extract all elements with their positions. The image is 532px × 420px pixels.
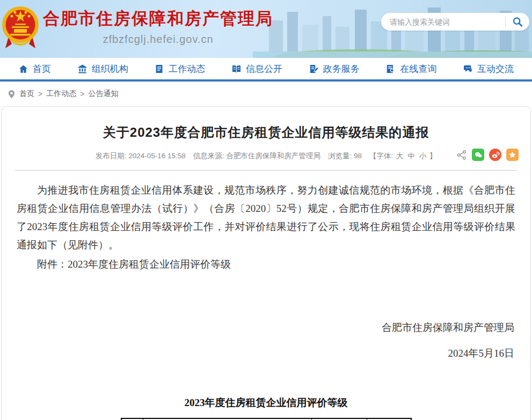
search-document-icon: [385, 64, 396, 74]
main-nav: 首页 组织机构 工作动态 信息公开 政务服务: [0, 58, 532, 82]
site-title: 合肥市住房保障和房产管理局: [43, 8, 273, 30]
font-size-small-button[interactable]: 小: [419, 152, 426, 160]
nav-label: 组织机构: [92, 63, 128, 75]
breadcrumb-home[interactable]: 首页: [19, 89, 34, 99]
nav-label: 互动交流: [477, 63, 514, 75]
nav-label: 信息公开: [246, 63, 282, 75]
article-body: 为推进我市住房租赁企业信用体系建设，规范市场秩序，努力创建诚信规范的市场环境，根…: [2, 171, 530, 274]
share-icon[interactable]: [456, 150, 467, 160]
search-box[interactable]: [381, 13, 529, 31]
nav-label: 工作动态: [169, 63, 205, 75]
breadcrumb: 首页 > 工作动态 > 公告通知: [0, 82, 532, 106]
nav-label: 政务服务: [323, 63, 360, 75]
nav-item-home[interactable]: 首页: [18, 63, 51, 75]
breadcrumb-notice[interactable]: 公告通知: [88, 89, 118, 99]
location-pin-icon: [8, 90, 16, 99]
pen-document-icon: [309, 64, 319, 74]
font-size-large-button[interactable]: 大: [396, 152, 404, 160]
favorite-star-icon[interactable]: [506, 149, 519, 161]
search-icon: [512, 16, 523, 28]
font-size-control: 【字体: 大 中 小 】: [369, 151, 436, 161]
nav-item-interaction[interactable]: 互动交流: [463, 63, 514, 75]
open-book-icon: [231, 64, 242, 74]
signature-block: 合肥市住房保障和房产管理局 2024年5月16日: [2, 321, 530, 360]
nav-item-info-disclosure[interactable]: 信息公开: [231, 63, 282, 75]
breadcrumb-separator: >: [80, 90, 84, 98]
wechat-share-icon[interactable]: [472, 149, 484, 161]
signature-date: 2024年5月16日: [2, 347, 514, 360]
article-container: 关于2023年度合肥市住房租赁企业信用等级结果的通报 发布日期: 2024-05…: [1, 106, 531, 420]
institution-icon: [77, 64, 88, 74]
home-icon: [18, 64, 28, 74]
chat-icon: [463, 64, 473, 74]
nav-item-online-query[interactable]: 在线查询: [385, 63, 436, 75]
info-source: 信息来源: 合肥市住房保障和房产管理局: [193, 151, 320, 161]
attachment-table-title: 2023年度住房租赁企业信用评价等级: [2, 396, 530, 410]
nav-item-gov-services[interactable]: 政务服务: [309, 63, 360, 75]
article-meta: 发布日期: 2024-05-16 15:58 信息来源: 合肥市住房保障和房产管…: [2, 150, 530, 163]
font-size-label: 【字体:: [369, 152, 393, 160]
attachment-link-line[interactable]: 附件：2023年度住房租赁企业信用评价等级: [17, 255, 515, 274]
nav-item-organization[interactable]: 组织机构: [77, 63, 128, 75]
site-banner: 合肥市住房保障和房产管理局 zfbzfcglj.hefei.gov.cn: [0, 0, 532, 58]
nav-label: 首页: [33, 63, 51, 75]
font-size-medium-button[interactable]: 中: [407, 152, 415, 160]
breadcrumb-separator: >: [38, 90, 42, 98]
article-title: 关于2023年度合肥市住房租赁企业信用等级结果的通报: [2, 124, 530, 141]
font-size-label-close: 】: [429, 152, 437, 160]
publish-date: 发布日期: 2024-05-16 15:58: [96, 151, 186, 161]
document-icon: [154, 64, 164, 74]
search-input[interactable]: [381, 18, 505, 26]
credit-rating-table: 序号 企业名称 所属区域 等级 1 合肥市住房租赁发展股份有限公司 蜀山区 AA…: [121, 418, 412, 420]
weibo-share-icon[interactable]: [489, 149, 501, 161]
share-bar: [456, 149, 519, 161]
nav-label: 在线查询: [400, 63, 436, 75]
search-button[interactable]: [506, 13, 529, 31]
national-emblem-logo: [1, 3, 40, 50]
nav-item-work-news[interactable]: 工作动态: [154, 63, 205, 75]
site-url: zfbzfcglj.hefei.gov.cn: [43, 33, 273, 46]
breadcrumb-work-news[interactable]: 工作动态: [46, 89, 76, 99]
paragraph-main: 为推进我市住房租赁企业信用体系建设，规范市场秩序，努力创建诚信规范的市场环境，根…: [17, 181, 515, 254]
view-count: 浏览量: 98: [328, 151, 362, 161]
signature-org: 合肥市住房保障和房产管理局: [2, 321, 514, 335]
